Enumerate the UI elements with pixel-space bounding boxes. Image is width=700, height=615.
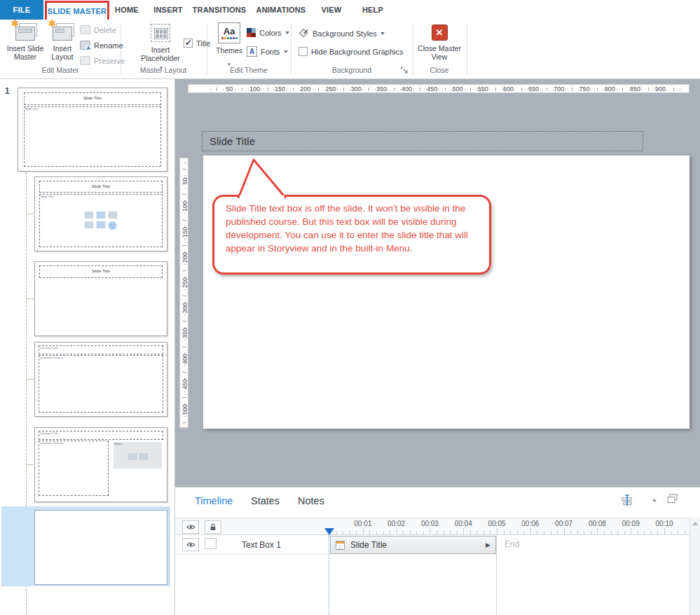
preserve-button[interactable]: Preserve [80, 56, 125, 65]
timeline-ruler-tick [430, 528, 430, 534]
hide-background-graphics-checkbox[interactable]: Hide Background Graphics [298, 47, 403, 56]
v-ruler-tick [184, 277, 186, 277]
eye-icon [186, 524, 195, 530]
tab-help[interactable]: HELP [360, 0, 385, 20]
h-ruler-tick [540, 89, 541, 90]
h-ruler-label: 550 [478, 85, 488, 93]
h-ruler-tick [476, 89, 477, 90]
layout-connector-stub [27, 379, 34, 380]
align-playhead-icon[interactable] [621, 495, 633, 506]
h-ruler-tick [387, 89, 388, 90]
row-visibility-button[interactable] [182, 538, 199, 551]
timeline-time-label: 00:03 [421, 520, 439, 527]
h-ruler-tick [603, 89, 604, 90]
title-checkbox[interactable]: Title [184, 39, 210, 48]
timeline-ruler-tick [617, 531, 618, 534]
delete-icon [80, 25, 90, 34]
themes-button[interactable]: Aa Themes [213, 22, 245, 69]
v-ruler-label: 400 [181, 346, 188, 371]
content-placeholder-icons [85, 212, 118, 230]
close-master-view-button[interactable]: ✕ Close Master View [416, 25, 462, 61]
timeline-ruler-tick [577, 531, 578, 534]
timeline-ruler-tick [416, 531, 417, 534]
v-ruler-tick [184, 302, 186, 303]
preserve-icon [80, 56, 90, 65]
timeline-scrollbar[interactable] [689, 518, 700, 615]
h-ruler-label: 650 [528, 85, 539, 93]
show-hide-all-button[interactable] [182, 520, 199, 534]
tab-insert[interactable]: INSERT [151, 0, 185, 20]
h-ruler-tick [312, 89, 313, 90]
slide-master-thumbnail-panel: 1 Slide Title Slide Text Slide Title Sli… [0, 79, 175, 615]
playhead-handle[interactable] [324, 528, 334, 535]
h-ruler-tick [464, 89, 465, 90]
v-ruler-tick [184, 226, 186, 226]
timeline-ruler-tick [638, 531, 638, 534]
tab-view[interactable]: VIEW [318, 0, 345, 20]
thumb-title-placeholder: Slide Title [24, 92, 161, 105]
layout-thumbnail-question-media[interactable]: Question Title Question Choices Media [34, 427, 167, 502]
timeline-ruler-tick [450, 531, 451, 534]
layout-thumbnail-title[interactable]: Slide Title [34, 261, 167, 336]
playhead-line [329, 535, 329, 615]
timeline-object-name[interactable]: Text Box 1 [242, 540, 281, 550]
layout-thumbnail-blank-selected[interactable] [34, 510, 167, 585]
h-ruler-tick [489, 89, 490, 90]
themes-icon: Aa [218, 22, 240, 43]
tab-animations[interactable]: ANIMATIONS [255, 0, 307, 20]
insert-layout-button[interactable]: ✱ Insert Layout [46, 23, 78, 61]
layout-thumbnail-question[interactable]: Question Title Question Choices [34, 342, 167, 417]
timeline-header: 00:0100:0200:0300:0400:0500:0600:0700:08… [175, 518, 700, 535]
panel-windows-icon[interactable] [667, 494, 678, 504]
tab-file[interactable]: FILE [0, 0, 43, 20]
timeline-ruler-tick [463, 528, 464, 534]
layout-thumbnail-content[interactable]: Slide Title Slide Text [34, 177, 167, 251]
h-ruler-tick [445, 88, 446, 91]
tab-transitions[interactable]: TRANSITIONS [191, 0, 248, 20]
h-ruler-tick [324, 89, 325, 90]
tab-timeline[interactable]: Timeline [195, 495, 233, 506]
bar-expand-arrow-icon[interactable]: ▶ [486, 541, 490, 548]
h-ruler-tick [565, 89, 566, 90]
background-styles-button[interactable]: Background Styles [298, 28, 385, 39]
h-ruler-tick [521, 88, 522, 91]
tab-notes[interactable]: Notes [298, 495, 324, 506]
row-lock-checkbox[interactable] [205, 538, 217, 549]
insert-placeholder-button[interactable]: Insert Placeholder [139, 24, 182, 71]
v-ruler-tick [184, 352, 186, 353]
fonts-button[interactable]: A Fonts [247, 46, 288, 57]
slide-title-textbox[interactable]: Slide Title [202, 131, 643, 151]
thumb-title-placeholder: Question Title [39, 431, 163, 440]
timeline-ruler-tick [523, 531, 524, 534]
timeline-panel: Timeline States Notes 00:0100:0200:0300:… [175, 487, 700, 615]
v-ruler-tick [184, 366, 186, 366]
timeline-ruler-tick [557, 531, 558, 534]
timeline-time-label: 00:07 [555, 520, 572, 527]
tab-states[interactable]: States [251, 495, 280, 506]
delete-button[interactable]: Delete [80, 25, 116, 34]
row-separator [175, 554, 329, 555]
v-ruler-tick [184, 340, 186, 340]
background-styles-label: Background Styles [313, 29, 377, 38]
tab-home[interactable]: HOME [111, 0, 143, 20]
h-ruler-label: 400 [402, 85, 412, 93]
h-ruler-label: 150 [275, 85, 285, 93]
h-ruler-tick [268, 88, 268, 91]
colors-button[interactable]: Colors [247, 28, 289, 37]
timeline-options-arrow-icon[interactable] [652, 499, 657, 502]
master-slide-thumbnail[interactable]: Slide Title Slide Text [18, 88, 167, 172]
group-edit-master: Edit Master [25, 66, 95, 74]
h-ruler-tick [616, 89, 617, 90]
timeline-object-bar[interactable]: Slide Title ▶ [330, 536, 496, 554]
new-starburst-icon: ✱ [11, 18, 19, 29]
v-ruler-tick [183, 245, 186, 246]
rename-button[interactable]: A Rename [80, 41, 123, 50]
v-ruler-tick [183, 422, 186, 423]
insert-slide-master-button[interactable]: ✱ Insert Slide Master [6, 23, 45, 61]
lock-all-button[interactable] [205, 520, 221, 534]
timeline-time-label: 00:06 [521, 520, 539, 527]
layout-connector-stub [27, 298, 34, 299]
fonts-icon: A [247, 46, 257, 57]
h-ruler-label: 250 [325, 85, 336, 93]
timeline-ruler-tick [551, 531, 551, 534]
